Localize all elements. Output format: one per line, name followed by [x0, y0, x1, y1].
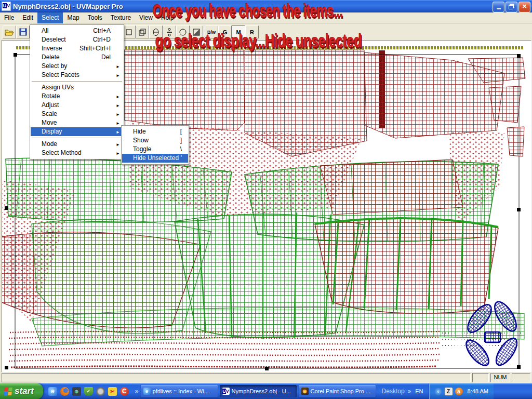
menuitem-select-by[interactable]: Select by► [31, 62, 123, 71]
menuitem-adjust[interactable]: Adjust► [31, 101, 123, 110]
zonealarm-icon[interactable]: Z [445, 388, 453, 395]
menuitem-select-facets[interactable]: Select Facets► [31, 71, 123, 79]
menuitem-move[interactable]: Move► [31, 118, 123, 127]
menu-select[interactable]: Select [37, 12, 63, 23]
annotation-line2: go select display...Hide unselected [155, 31, 362, 52]
avast-tray-icon[interactable]: a [455, 388, 463, 395]
menuitem-assign-uvs[interactable]: Assign UVs [31, 83, 123, 92]
menu-texture[interactable]: Texture [107, 12, 135, 23]
app-icon: UV [2, 2, 11, 11]
menu-file[interactable]: File [0, 12, 18, 23]
num-lock-indicator: NUM [490, 373, 510, 382]
system-tray: ‹ Z a 8:48 AM [429, 383, 494, 399]
menu-separator [32, 81, 122, 82]
submenu-arrow-icon: ► [116, 101, 120, 110]
uvmapper-icon: UV [222, 388, 230, 395]
menuitem-rotate[interactable]: Rotate► [31, 92, 123, 101]
submenu-arrow-icon: ► [116, 119, 120, 128]
ie-icon[interactable]: e [48, 387, 57, 396]
select-dropdown-menu: AllCtrl+A DeselectCtrl+D InverseShift+Ct… [30, 24, 124, 159]
firefox-icon[interactable] [60, 387, 69, 396]
menuitem-deselect[interactable]: DeselectCtrl+D [31, 35, 123, 44]
window-title: NymphDress2.obj - UVMapper Pro [13, 3, 123, 10]
desktop-chevron-icon[interactable]: » [408, 388, 411, 395]
overflow-chevron-icon[interactable]: » [135, 388, 139, 395]
menuitem-scale[interactable]: Scale► [31, 110, 123, 118]
status-panel [512, 373, 530, 382]
submenu-arrow-icon: ► [116, 128, 120, 137]
screen: UV NymphDress2.obj - UVMapper Pro ✕ File… [0, 0, 532, 399]
annotation-line1: Once you have chosen the items... [153, 1, 343, 22]
menu-edit[interactable]: Edit [18, 12, 37, 23]
media-app-icon[interactable]: ◎ [72, 387, 81, 396]
task-pfdlives[interactable]: e pfdlives :: Index - Wi... [141, 385, 218, 397]
status-panel [472, 373, 489, 382]
shield-icon[interactable]: ✓ [84, 387, 93, 396]
submenu-arrow-icon: ► [116, 71, 120, 80]
menuitem-toggle[interactable]: Toggle\ [122, 145, 188, 154]
status-message-panel [2, 373, 471, 382]
display-submenu: Hide[ Show] Toggle\ Hide Unselected' [121, 125, 189, 165]
submenu-arrow-icon: ► [116, 149, 120, 158]
menuitem-hide[interactable]: Hide[ [122, 127, 188, 136]
menuitem-select-method[interactable]: Select Method► [31, 149, 123, 157]
menuitem-hide-unselected[interactable]: Hide Unselected' [122, 154, 188, 163]
quick-launch: e ◎ ✓ ✂ C [48, 387, 129, 396]
task-corel-psp[interactable]: ◉ Corel Paint Shop Pro ... [299, 385, 376, 397]
save-button[interactable] [16, 25, 30, 38]
corel-icon[interactable]: C [120, 387, 129, 396]
status-bar: NUM [0, 372, 532, 383]
windows-flag-icon [4, 388, 12, 395]
language-indicator[interactable]: EN [415, 388, 423, 394]
restore-button[interactable] [506, 2, 517, 12]
gear-icon[interactable] [96, 387, 105, 396]
menu-map[interactable]: Map [63, 12, 83, 23]
clock: 8:48 AM [468, 388, 488, 394]
menuitem-display[interactable]: Display► [31, 127, 123, 136]
open-button[interactable] [3, 25, 16, 38]
map-box-button[interactable] [136, 25, 149, 38]
submenu-arrow-icon: ► [116, 92, 120, 101]
close-button[interactable]: ✕ [518, 2, 530, 12]
psp-icon: ◉ [301, 388, 309, 395]
mesh-lower-fans [2, 212, 524, 346]
menuitem-all[interactable]: AllCtrl+A [31, 26, 123, 35]
submenu-arrow-icon: ► [116, 110, 120, 119]
ie-icon: e [143, 388, 151, 395]
taskbar: start e ◎ ✓ ✂ C » e pfdlives :: Index - … [0, 383, 532, 399]
submenu-arrow-icon: ► [116, 140, 120, 149]
menuitem-mode[interactable]: Mode► [31, 140, 123, 149]
menu-separator [32, 138, 122, 138]
task-uvmapper[interactable]: UV NymphDress2.obj - U... [220, 385, 297, 397]
menuitem-show[interactable]: Show] [122, 136, 188, 145]
menu-tools[interactable]: Tools [84, 12, 107, 23]
menuitem-delete[interactable]: DeleteDel [31, 53, 123, 62]
menuitem-inverse[interactable]: InverseShift+Ctrl+I [31, 44, 123, 53]
minimize-button[interactable] [493, 2, 504, 12]
start-button[interactable]: start [0, 383, 43, 399]
language-bar-icon[interactable]: ‹ [434, 388, 442, 395]
psp-ribbon-icon[interactable]: ✂ [108, 387, 117, 396]
desktop-toolbar-label[interactable]: Desktop [382, 388, 405, 395]
submenu-arrow-icon: ► [116, 62, 120, 71]
